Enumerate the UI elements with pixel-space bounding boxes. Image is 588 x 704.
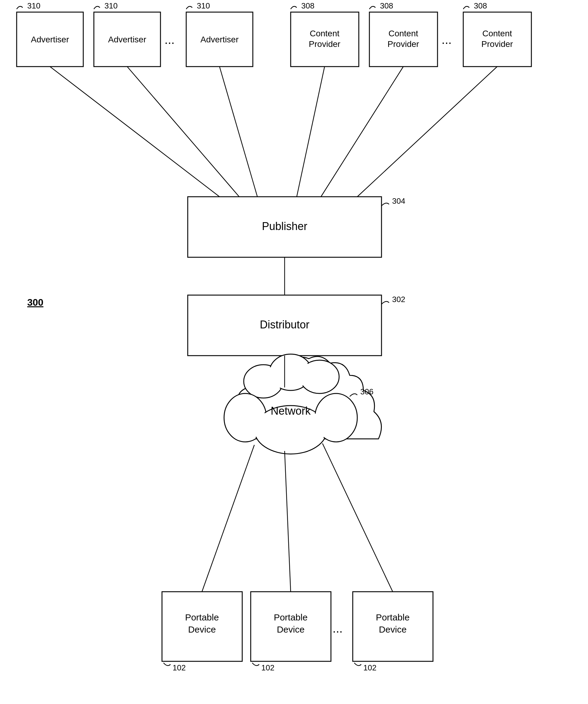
content-provider-3-label-1: Content: [482, 29, 512, 38]
distributor-label: Distributor: [260, 318, 310, 331]
ref-curve-dist: [381, 301, 389, 304]
ref-curve-adv1: [17, 6, 23, 9]
ref-curve-pub: [381, 203, 389, 206]
ref-308-cp3: 308: [474, 1, 487, 10]
line-adv1-pub: [50, 67, 219, 197]
line-cp3-pub: [357, 67, 497, 197]
publisher-label: Publisher: [262, 220, 307, 232]
ref-304: 304: [392, 196, 405, 206]
portable-device-1-label-1: Portable: [185, 612, 219, 622]
network-cloud: [224, 354, 381, 454]
line-adv3-pub: [219, 67, 257, 197]
line-adv2-pub: [127, 67, 239, 197]
content-provider-2-label-1: Content: [388, 29, 418, 38]
network-label: Network: [271, 405, 311, 417]
diagram-container: 300 Advertiser 310 Advertiser 310 ... Ad…: [0, 0, 588, 704]
ref-308-cp2: 308: [380, 1, 393, 10]
line-net-pd3: [322, 444, 393, 592]
ref-curve-cp3: [463, 6, 469, 9]
ref-curve-pd3: [354, 663, 361, 665]
portable-device-1-label-2: Device: [188, 625, 216, 634]
ref-curve-pd1: [163, 663, 170, 665]
ref-curve-cp2: [369, 6, 375, 9]
ref-310-adv3: 310: [197, 1, 210, 10]
ref-302: 302: [392, 295, 405, 304]
portable-device-2-label-1: Portable: [274, 612, 308, 622]
line-net-pd1: [202, 445, 254, 592]
advertiser-1-label: Advertiser: [31, 35, 69, 44]
line-net-pd2: [285, 451, 291, 592]
line-cp1-pub: [297, 67, 325, 197]
ref-308-cp1: 308: [301, 1, 314, 10]
advertiser-2-label: Advertiser: [108, 35, 146, 44]
portable-device-3-label-2: Device: [379, 625, 407, 634]
ref-306: 306: [360, 387, 373, 396]
ellipsis-advertisers: ...: [164, 33, 174, 46]
content-provider-1-label-2: Provider: [309, 39, 340, 49]
content-provider-3-label-2: Provider: [481, 39, 513, 49]
svg-point-11: [316, 395, 356, 441]
ref-310-adv2: 310: [104, 1, 117, 10]
advertiser-3-label: Advertiser: [201, 35, 238, 44]
content-provider-1-label-1: Content: [310, 29, 339, 38]
diagram-id: 300: [27, 297, 43, 308]
ref-102-pd3: 102: [363, 663, 376, 672]
ref-curve-adv3: [186, 6, 192, 9]
ref-curve-cp1: [291, 6, 297, 9]
ref-curve-pd2: [252, 663, 259, 665]
content-provider-2-label-2: Provider: [387, 39, 419, 49]
line-cp2-pub: [321, 67, 403, 197]
ref-310-adv1: 310: [27, 1, 40, 10]
ref-curve-adv2: [94, 6, 100, 9]
ref-102-pd2: 102: [261, 663, 274, 672]
svg-point-8: [301, 362, 337, 392]
ref-102-pd1: 102: [173, 663, 185, 672]
ellipsis-portable-devices: ...: [332, 622, 342, 635]
ellipsis-content-providers: ...: [441, 33, 451, 46]
portable-device-3-label-1: Portable: [376, 612, 410, 622]
portable-device-2-label-2: Device: [277, 625, 305, 634]
